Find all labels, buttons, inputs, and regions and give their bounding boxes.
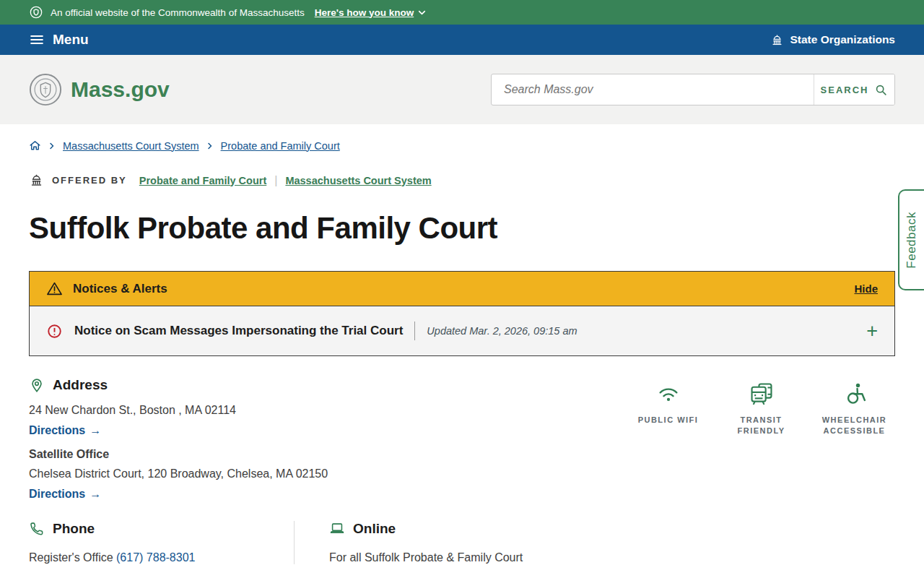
location-section: Address 24 New Chardon St., Boston , MA … <box>29 377 895 501</box>
phone-line: Register's Office (617) 788-8301 <box>29 551 294 564</box>
search-input[interactable] <box>492 74 814 105</box>
breadcrumb-link-court-system[interactable]: Massachusetts Court System <box>63 140 199 152</box>
search-icon <box>874 83 888 97</box>
statehouse-icon <box>29 173 44 188</box>
phone-block: Phone Register's Office (617) 788-8301 <box>29 521 294 564</box>
massgov-seal-icon <box>29 73 62 106</box>
arrow-right-icon: → <box>90 424 101 437</box>
expand-notice-button[interactable]: + <box>866 322 878 341</box>
feedback-tab[interactable]: Feedback <box>898 189 924 290</box>
home-icon <box>29 139 41 152</box>
search-button[interactable]: SEARCH <box>814 74 894 105</box>
official-banner-text: An official website of the Commonwealth … <box>51 7 305 18</box>
address-heading: Address <box>29 377 328 393</box>
address-block: Address 24 New Chardon St., Boston , MA … <box>29 377 328 501</box>
amenity-label: PUBLIC WIFI <box>638 415 699 426</box>
state-organizations-link[interactable]: State Organizations <box>770 33 895 47</box>
alerts-title: Notices & Alerts <box>73 282 167 296</box>
phone-number-link[interactable]: (617) 788-8301 <box>116 551 195 564</box>
offered-by: OFFERED BY Probate and Family Court | Ma… <box>29 173 895 188</box>
alerts-header: Notices & Alerts Hide <box>30 272 894 306</box>
divider <box>414 322 415 340</box>
phone-line-label: Register's Office <box>29 551 113 564</box>
divider: | <box>274 174 277 187</box>
phone-heading: Phone <box>29 521 294 537</box>
satellite-office-title: Satellite Office <box>29 448 328 461</box>
offered-by-link-court-system[interactable]: Massachusetts Court System <box>285 175 431 186</box>
online-heading: Online <box>329 521 895 537</box>
amenity-wheelchair-accessible: WHEELCHAIR ACCESSIBLE <box>816 381 892 501</box>
transit-icon <box>749 381 774 406</box>
chevron-right-icon <box>48 142 56 150</box>
amenity-label: TRANSIT FRIENDLY <box>723 415 799 437</box>
chevron-down-icon <box>417 8 427 17</box>
offered-by-link-probate[interactable]: Probate and Family Court <box>139 175 266 186</box>
amenity-transit-friendly: TRANSIT FRIENDLY <box>723 381 799 501</box>
amenity-public-wifi: PUBLIC WIFI <box>630 381 706 501</box>
arrow-right-icon: → <box>90 488 101 501</box>
amenity-label: WHEELCHAIR ACCESSIBLE <box>816 415 892 437</box>
hide-alerts-link[interactable]: Hide <box>854 282 878 295</box>
state-seal-icon <box>29 5 43 20</box>
menu-button[interactable]: Menu <box>29 32 89 48</box>
breadcrumb-home-link[interactable] <box>29 139 41 152</box>
breadcrumb: Massachusetts Court System Probate and F… <box>29 139 895 152</box>
warning-triangle-icon <box>46 280 63 297</box>
notice-updated: Updated Mar. 2, 2026, 09:15 am <box>427 325 577 337</box>
official-banner: An official website of the Commonwealth … <box>0 0 924 25</box>
offered-by-label: OFFERED BY <box>52 175 127 186</box>
heres-how-you-know-link[interactable]: Here's how you know <box>315 7 427 18</box>
statehouse-icon <box>770 33 784 47</box>
page-title: Suffolk Probate and Family Court <box>29 211 895 246</box>
feedback-tab-label: Feedback <box>905 212 919 269</box>
alert-circle-icon <box>46 323 63 340</box>
logo-text: Mass.gov <box>71 77 170 102</box>
notice-title: Notice on Scam Messages Impersonating th… <box>74 324 403 338</box>
wifi-icon <box>656 381 681 406</box>
chevron-right-icon <box>206 142 214 150</box>
breadcrumb-link-probate-family[interactable]: Probate and Family Court <box>221 140 340 152</box>
phone-icon <box>29 521 45 537</box>
main-nav: Menu State Organizations <box>0 25 924 55</box>
map-pin-icon <box>29 377 45 393</box>
online-line: For all Suffolk Probate & Family Court <box>329 551 895 564</box>
amenities: PUBLIC WIFI TRANSIT FRIENDLY <box>630 381 895 501</box>
site-header: Mass.gov SEARCH <box>0 55 924 124</box>
massgov-logo[interactable]: Mass.gov <box>29 73 170 106</box>
satellite-office-line: Chelsea District Court, 120 Broadway, Ch… <box>29 467 328 480</box>
directions-link-main[interactable]: Directions → <box>29 424 101 437</box>
main-content: Massachusetts Court System Probate and F… <box>0 139 924 564</box>
address-line: 24 New Chardon St., Boston , MA 02114 <box>29 404 328 417</box>
laptop-icon <box>329 521 345 537</box>
wheelchair-icon <box>842 381 867 406</box>
hamburger-icon <box>29 32 45 48</box>
contact-section: Phone Register's Office (617) 788-8301 O… <box>29 521 895 564</box>
notice-row[interactable]: Notice on Scam Messages Impersonating th… <box>30 306 894 355</box>
notices-alerts: Notices & Alerts Hide Notice on Scam Mes… <box>29 271 895 356</box>
directions-link-satellite[interactable]: Directions → <box>29 488 101 501</box>
online-block: Online For all Suffolk Probate & Family … <box>294 521 895 564</box>
search-bar: SEARCH <box>491 74 895 105</box>
